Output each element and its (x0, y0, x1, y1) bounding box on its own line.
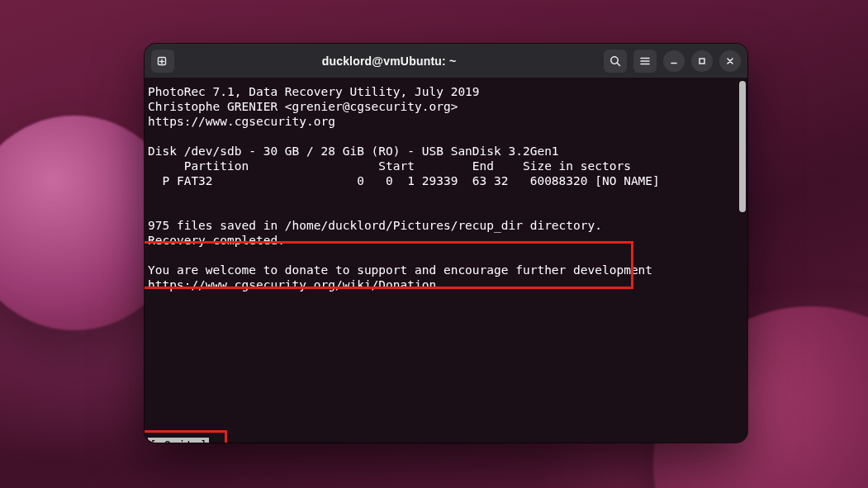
search-icon (609, 54, 622, 68)
maximize-button[interactable] (691, 50, 713, 72)
titlebar: ducklord@vmUbuntu: ~ (145, 44, 747, 78)
close-button[interactable] (719, 50, 741, 72)
terminal-output: PhotoRec 7.1, Data Recovery Utility, Jul… (145, 84, 747, 292)
new-tab-icon (156, 54, 169, 68)
maximize-icon (697, 56, 707, 66)
svg-rect-4 (700, 59, 704, 64)
svg-line-2 (617, 63, 619, 65)
new-tab-button[interactable] (151, 50, 174, 73)
scrollbar-thumb[interactable] (739, 81, 746, 212)
close-icon (725, 56, 735, 66)
quit-menu-item[interactable]: [ Quit ] (148, 438, 209, 443)
window-title: ducklord@vmUbuntu: ~ (181, 54, 597, 68)
terminal-body[interactable]: PhotoRec 7.1, Data Recovery Utility, Jul… (145, 78, 747, 443)
search-button[interactable] (604, 50, 627, 73)
minimize-button[interactable] (663, 50, 685, 72)
minimize-icon (669, 56, 679, 66)
menu-button[interactable] (633, 50, 657, 73)
terminal-window: ducklord@vmUbuntu: ~ (145, 44, 747, 443)
hamburger-icon (638, 54, 652, 68)
